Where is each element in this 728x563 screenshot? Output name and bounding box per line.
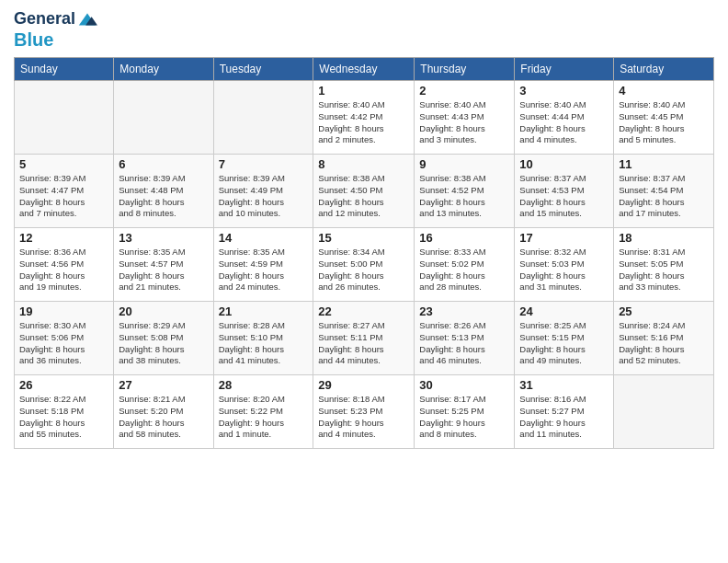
day-info: Sunrise: 8:39 AM Sunset: 4:48 PM Dayligh… xyxy=(119,173,208,220)
day-number: 14 xyxy=(219,231,309,245)
calendar-cell: 19Sunrise: 8:30 AM Sunset: 5:06 PM Dayli… xyxy=(15,302,114,375)
day-number: 2 xyxy=(419,84,509,98)
day-info: Sunrise: 8:37 AM Sunset: 4:53 PM Dayligh… xyxy=(519,173,609,220)
day-number: 22 xyxy=(318,304,409,318)
calendar-cell: 8Sunrise: 8:38 AM Sunset: 4:50 PM Daylig… xyxy=(313,155,415,228)
weekday-saturday: Saturday xyxy=(614,58,714,81)
calendar-table: SundayMondayTuesdayWednesdayThursdayFrid… xyxy=(14,57,714,449)
day-info: Sunrise: 8:40 AM Sunset: 4:44 PM Dayligh… xyxy=(519,99,609,146)
calendar-week-3: 12Sunrise: 8:36 AM Sunset: 4:56 PM Dayli… xyxy=(15,228,714,302)
day-info: Sunrise: 8:25 AM Sunset: 5:15 PM Dayligh… xyxy=(519,320,609,367)
day-info: Sunrise: 8:38 AM Sunset: 4:52 PM Dayligh… xyxy=(419,173,509,220)
calendar-cell: 10Sunrise: 8:37 AM Sunset: 4:53 PM Dayli… xyxy=(515,155,614,228)
calendar-header: SundayMondayTuesdayWednesdayThursdayFrid… xyxy=(15,58,714,81)
calendar-cell: 15Sunrise: 8:34 AM Sunset: 5:00 PM Dayli… xyxy=(313,228,415,302)
day-info: Sunrise: 8:18 AM Sunset: 5:23 PM Dayligh… xyxy=(318,394,409,441)
calendar-cell xyxy=(15,81,114,155)
weekday-sunday: Sunday xyxy=(15,58,114,81)
calendar-cell: 17Sunrise: 8:32 AM Sunset: 5:03 PM Dayli… xyxy=(515,228,614,302)
day-info: Sunrise: 8:36 AM Sunset: 4:56 PM Dayligh… xyxy=(19,247,108,293)
day-number: 30 xyxy=(419,378,509,392)
calendar-cell: 14Sunrise: 8:35 AM Sunset: 4:59 PM Dayli… xyxy=(213,228,313,302)
day-number: 7 xyxy=(219,157,309,171)
day-info: Sunrise: 8:27 AM Sunset: 5:11 PM Dayligh… xyxy=(318,320,409,367)
day-number: 18 xyxy=(619,231,709,245)
calendar-cell: 16Sunrise: 8:33 AM Sunset: 5:02 PM Dayli… xyxy=(415,228,515,302)
day-info: Sunrise: 8:38 AM Sunset: 4:50 PM Dayligh… xyxy=(318,173,409,220)
calendar-week-4: 19Sunrise: 8:30 AM Sunset: 5:06 PM Dayli… xyxy=(15,302,714,375)
calendar-week-1: 1Sunrise: 8:40 AM Sunset: 4:42 PM Daylig… xyxy=(15,81,714,155)
day-info: Sunrise: 8:39 AM Sunset: 4:47 PM Dayligh… xyxy=(19,173,108,220)
day-info: Sunrise: 8:35 AM Sunset: 4:59 PM Dayligh… xyxy=(219,247,309,293)
day-info: Sunrise: 8:32 AM Sunset: 5:03 PM Dayligh… xyxy=(519,247,609,293)
day-info: Sunrise: 8:20 AM Sunset: 5:22 PM Dayligh… xyxy=(219,394,309,441)
page-header: General Blue xyxy=(14,9,714,50)
day-number: 24 xyxy=(519,304,609,318)
day-info: Sunrise: 8:33 AM Sunset: 5:02 PM Dayligh… xyxy=(419,247,509,293)
logo-text-general: General xyxy=(14,10,75,29)
calendar-cell: 1Sunrise: 8:40 AM Sunset: 4:42 PM Daylig… xyxy=(313,81,415,155)
day-number: 20 xyxy=(119,304,208,318)
calendar-cell xyxy=(114,81,213,155)
day-number: 31 xyxy=(519,378,609,392)
day-number: 16 xyxy=(419,231,509,245)
day-number: 1 xyxy=(318,84,409,98)
day-number: 8 xyxy=(318,157,409,171)
day-info: Sunrise: 8:34 AM Sunset: 5:00 PM Dayligh… xyxy=(318,247,409,293)
day-info: Sunrise: 8:24 AM Sunset: 5:16 PM Dayligh… xyxy=(619,320,709,367)
calendar-cell: 24Sunrise: 8:25 AM Sunset: 5:15 PM Dayli… xyxy=(515,302,614,375)
calendar-cell: 2Sunrise: 8:40 AM Sunset: 4:43 PM Daylig… xyxy=(415,81,515,155)
day-number: 26 xyxy=(19,378,108,392)
day-number: 21 xyxy=(219,304,309,318)
day-number: 29 xyxy=(318,378,409,392)
day-number: 15 xyxy=(318,231,409,245)
logo-icon xyxy=(77,9,97,29)
calendar-cell: 28Sunrise: 8:20 AM Sunset: 5:22 PM Dayli… xyxy=(213,375,313,449)
weekday-tuesday: Tuesday xyxy=(213,58,313,81)
day-number: 19 xyxy=(19,304,108,318)
calendar-cell: 11Sunrise: 8:37 AM Sunset: 4:54 PM Dayli… xyxy=(614,155,714,228)
calendar-cell: 9Sunrise: 8:38 AM Sunset: 4:52 PM Daylig… xyxy=(415,155,515,228)
weekday-header-row: SundayMondayTuesdayWednesdayThursdayFrid… xyxy=(15,58,714,81)
weekday-monday: Monday xyxy=(114,58,213,81)
calendar-cell: 13Sunrise: 8:35 AM Sunset: 4:57 PM Dayli… xyxy=(114,228,213,302)
day-number: 10 xyxy=(519,157,609,171)
weekday-friday: Friday xyxy=(515,58,614,81)
calendar-cell: 20Sunrise: 8:29 AM Sunset: 5:08 PM Dayli… xyxy=(114,302,213,375)
logo: General Blue xyxy=(14,9,97,50)
calendar-cell: 12Sunrise: 8:36 AM Sunset: 4:56 PM Dayli… xyxy=(15,228,114,302)
day-number: 17 xyxy=(519,231,609,245)
day-info: Sunrise: 8:16 AM Sunset: 5:27 PM Dayligh… xyxy=(519,394,609,441)
day-number: 28 xyxy=(219,378,309,392)
logo-text-blue: Blue xyxy=(14,29,97,50)
day-number: 6 xyxy=(119,157,208,171)
calendar-cell: 23Sunrise: 8:26 AM Sunset: 5:13 PM Dayli… xyxy=(415,302,515,375)
day-info: Sunrise: 8:31 AM Sunset: 5:05 PM Dayligh… xyxy=(619,247,709,293)
calendar-cell: 18Sunrise: 8:31 AM Sunset: 5:05 PM Dayli… xyxy=(614,228,714,302)
day-number: 11 xyxy=(619,157,709,171)
weekday-thursday: Thursday xyxy=(415,58,515,81)
calendar-body: 1Sunrise: 8:40 AM Sunset: 4:42 PM Daylig… xyxy=(15,81,714,449)
calendar-week-2: 5Sunrise: 8:39 AM Sunset: 4:47 PM Daylig… xyxy=(15,155,714,228)
calendar-cell xyxy=(614,375,714,449)
day-number: 12 xyxy=(19,231,108,245)
day-number: 23 xyxy=(419,304,509,318)
day-info: Sunrise: 8:40 AM Sunset: 4:43 PM Dayligh… xyxy=(419,99,509,146)
calendar-cell: 22Sunrise: 8:27 AM Sunset: 5:11 PM Dayli… xyxy=(313,302,415,375)
weekday-wednesday: Wednesday xyxy=(313,58,415,81)
calendar-cell: 5Sunrise: 8:39 AM Sunset: 4:47 PM Daylig… xyxy=(15,155,114,228)
day-info: Sunrise: 8:29 AM Sunset: 5:08 PM Dayligh… xyxy=(119,320,208,367)
day-info: Sunrise: 8:22 AM Sunset: 5:18 PM Dayligh… xyxy=(19,394,108,441)
day-number: 4 xyxy=(619,84,709,98)
day-number: 27 xyxy=(119,378,208,392)
day-info: Sunrise: 8:40 AM Sunset: 4:45 PM Dayligh… xyxy=(619,99,709,146)
day-info: Sunrise: 8:39 AM Sunset: 4:49 PM Dayligh… xyxy=(219,173,309,220)
calendar-cell: 6Sunrise: 8:39 AM Sunset: 4:48 PM Daylig… xyxy=(114,155,213,228)
calendar-cell: 26Sunrise: 8:22 AM Sunset: 5:18 PM Dayli… xyxy=(15,375,114,449)
calendar-cell: 3Sunrise: 8:40 AM Sunset: 4:44 PM Daylig… xyxy=(515,81,614,155)
calendar-cell: 31Sunrise: 8:16 AM Sunset: 5:27 PM Dayli… xyxy=(515,375,614,449)
day-number: 5 xyxy=(19,157,108,171)
calendar-cell: 21Sunrise: 8:28 AM Sunset: 5:10 PM Dayli… xyxy=(213,302,313,375)
calendar-week-5: 26Sunrise: 8:22 AM Sunset: 5:18 PM Dayli… xyxy=(15,375,714,449)
calendar-cell: 7Sunrise: 8:39 AM Sunset: 4:49 PM Daylig… xyxy=(213,155,313,228)
